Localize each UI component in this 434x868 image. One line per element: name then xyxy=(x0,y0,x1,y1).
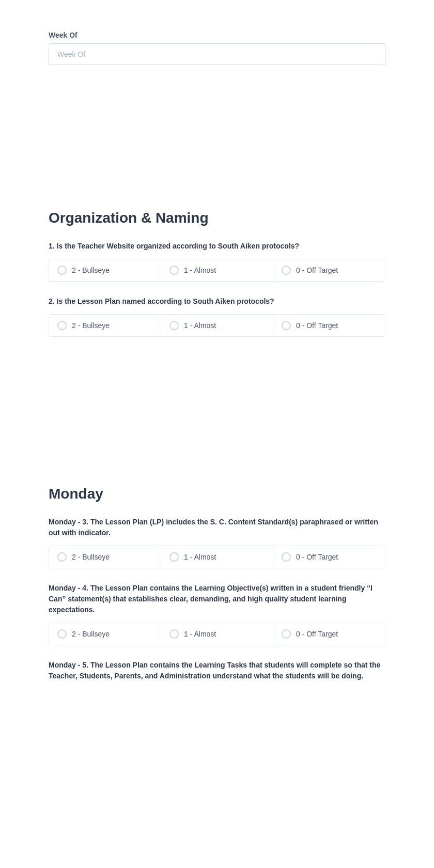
q3-option-bullseye[interactable]: 2 - Bullseye xyxy=(49,546,161,568)
question-4-block: Monday - 4. The Lesson Plan contains the… xyxy=(49,583,385,645)
section-monday-title: Monday xyxy=(49,486,385,502)
q2-option-bullseye[interactable]: 2 - Bullseye xyxy=(49,315,161,336)
q1-label-almost: 1 - Almost xyxy=(184,266,216,274)
week-of-input[interactable] xyxy=(49,43,385,65)
page-container: Week Of Organization & Naming 1. Is the … xyxy=(0,0,434,717)
q2-label-almost: 1 - Almost xyxy=(184,321,216,330)
question-1-radio-group: 2 - Bullseye 1 - Almost 0 - Off Target xyxy=(49,259,385,282)
q1-radio-circle-bullseye xyxy=(57,266,67,275)
q3-radio-circle-almost xyxy=(169,552,179,562)
q1-option-off-target[interactable]: 0 - Off Target xyxy=(273,259,385,281)
question-2-radio-group: 2 - Bullseye 1 - Almost 0 - Off Target xyxy=(49,314,385,337)
q4-label-bullseye: 2 - Bullseye xyxy=(72,630,110,638)
q3-label-almost: 1 - Almost xyxy=(184,553,216,561)
q2-option-almost[interactable]: 1 - Almost xyxy=(161,315,273,336)
q3-label-off-target: 0 - Off Target xyxy=(296,553,338,561)
section-monday: Monday Monday - 3. The Lesson Plan (LP) … xyxy=(49,486,385,681)
q2-radio-circle-almost xyxy=(169,321,179,330)
q3-radio-circle-off-target xyxy=(282,552,291,562)
question-2-text: 2. Is the Lesson Plan named according to… xyxy=(49,296,385,307)
question-5-text: Monday - 5. The Lesson Plan contains the… xyxy=(49,660,385,681)
q1-option-almost[interactable]: 1 - Almost xyxy=(161,259,273,281)
question-1-block: 1. Is the Teacher Website organized acco… xyxy=(49,241,385,282)
middle-spacer xyxy=(49,351,385,465)
q2-radio-circle-off-target xyxy=(282,321,291,330)
top-spacer xyxy=(49,75,385,189)
q2-radio-circle-bullseye xyxy=(57,321,67,330)
question-3-text: Monday - 3. The Lesson Plan (LP) include… xyxy=(49,517,385,538)
q2-label-off-target: 0 - Off Target xyxy=(296,321,338,330)
q1-label-off-target: 0 - Off Target xyxy=(296,266,338,274)
q4-radio-circle-almost xyxy=(169,629,179,639)
q4-radio-circle-bullseye xyxy=(57,629,67,639)
week-of-label: Week Of xyxy=(49,31,385,39)
question-2-block: 2. Is the Lesson Plan named according to… xyxy=(49,296,385,337)
q1-radio-circle-off-target xyxy=(282,266,291,275)
q3-radio-circle-bullseye xyxy=(57,552,67,562)
q1-radio-circle-almost xyxy=(169,266,179,275)
question-3-block: Monday - 3. The Lesson Plan (LP) include… xyxy=(49,517,385,568)
week-of-section: Week Of xyxy=(49,31,385,65)
q4-option-bullseye[interactable]: 2 - Bullseye xyxy=(49,623,161,645)
question-3-radio-group: 2 - Bullseye 1 - Almost 0 - Off Target xyxy=(49,546,385,568)
question-4-radio-group: 2 - Bullseye 1 - Almost 0 - Off Target xyxy=(49,623,385,645)
q3-option-off-target[interactable]: 0 - Off Target xyxy=(273,546,385,568)
q1-option-bullseye[interactable]: 2 - Bullseye xyxy=(49,259,161,281)
question-1-text: 1. Is the Teacher Website organized acco… xyxy=(49,241,385,252)
q4-label-almost: 1 - Almost xyxy=(184,630,216,638)
q4-option-almost[interactable]: 1 - Almost xyxy=(161,623,273,645)
q2-option-off-target[interactable]: 0 - Off Target xyxy=(273,315,385,336)
q3-option-almost[interactable]: 1 - Almost xyxy=(161,546,273,568)
q3-label-bullseye: 2 - Bullseye xyxy=(72,553,110,561)
q4-option-off-target[interactable]: 0 - Off Target xyxy=(273,623,385,645)
q4-radio-circle-off-target xyxy=(282,629,291,639)
section-org-naming: Organization & Naming 1. Is the Teacher … xyxy=(49,210,385,337)
q2-label-bullseye: 2 - Bullseye xyxy=(72,321,110,330)
question-4-text: Monday - 4. The Lesson Plan contains the… xyxy=(49,583,385,615)
q4-label-off-target: 0 - Off Target xyxy=(296,630,338,638)
section-org-naming-title: Organization & Naming xyxy=(49,210,385,226)
question-5-block: Monday - 5. The Lesson Plan contains the… xyxy=(49,660,385,681)
q1-label-bullseye: 2 - Bullseye xyxy=(72,266,110,274)
